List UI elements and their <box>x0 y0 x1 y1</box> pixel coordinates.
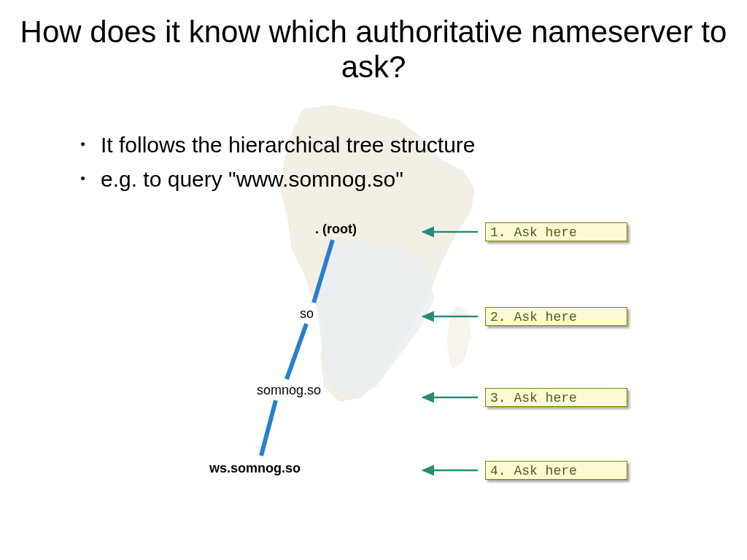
slide-title: How does it know which authoritative nam… <box>0 15 747 85</box>
bullet-list: It follows the hierarchical tree structu… <box>51 128 722 196</box>
ask-box-2: 2. Ask here <box>485 307 627 326</box>
ask-box-3: 3. Ask here <box>485 388 627 407</box>
bullet-item: It follows the hierarchical tree structu… <box>80 128 722 163</box>
svg-line-1 <box>287 324 306 379</box>
tree-root-label: . (root) <box>315 222 357 237</box>
svg-line-2 <box>261 400 276 456</box>
tree-level3-label: ws.somnog.so <box>209 461 301 476</box>
bullet-item: e.g. to query "www.somnog.so" <box>80 163 722 197</box>
tree-level1-label: so <box>300 306 314 322</box>
ask-box-1: 1. Ask here <box>485 222 627 241</box>
svg-line-0 <box>314 240 333 303</box>
tree-level2-label: somnog.so <box>257 383 321 398</box>
ask-box-4: 4. Ask here <box>485 461 627 480</box>
